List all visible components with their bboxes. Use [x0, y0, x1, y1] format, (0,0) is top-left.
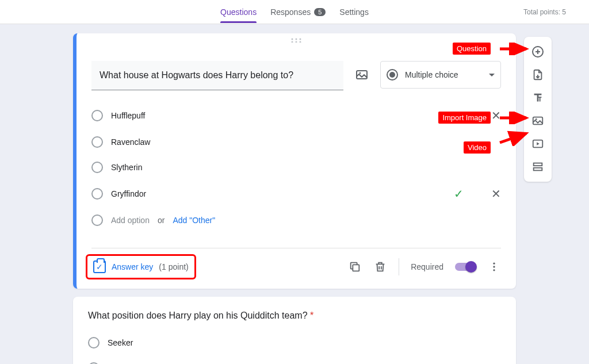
radio-outline-icon	[91, 188, 103, 200]
delete-icon[interactable]	[373, 260, 387, 274]
callout-video: Video	[464, 141, 491, 154]
required-label: Required	[411, 262, 443, 271]
tab-settings-label: Settings	[339, 7, 369, 17]
radio-outline-icon	[91, 136, 103, 148]
radio-outline-icon	[91, 110, 103, 121]
callout-question: Question	[453, 43, 491, 55]
radio-outline-icon	[88, 337, 100, 348]
svg-point-14	[536, 118, 537, 120]
add-image-icon[interactable]	[355, 68, 369, 82]
total-points-label: Total points: 5	[523, 8, 566, 16]
svg-line-20	[500, 133, 526, 143]
option-label: Hufflepuff	[111, 111, 483, 120]
svg-point-10	[493, 266, 495, 267]
svg-point-7	[359, 72, 361, 74]
arrow-icon	[499, 130, 530, 146]
tab-responses-label: Responses	[270, 7, 311, 17]
add-option-label: Add option	[111, 216, 150, 225]
arrow-icon	[499, 112, 530, 124]
question-title-input[interactable]	[91, 61, 343, 90]
question-card-1[interactable]: Multiple choice Hufflepuff ✕ Ravenclaw	[73, 33, 516, 289]
add-title-button[interactable]	[524, 86, 552, 109]
option-row[interactable]: Slytherin	[91, 155, 501, 180]
tab-settings[interactable]: Settings	[339, 2, 369, 22]
svg-point-2	[300, 39, 301, 40]
option-label: Ravenclaw	[111, 137, 493, 147]
required-star-icon: *	[310, 311, 313, 320]
option-row[interactable]: Ravenclaw	[91, 129, 501, 155]
svg-rect-16	[534, 163, 542, 166]
option-label: Seeker	[108, 338, 501, 347]
arrow-icon	[499, 43, 530, 55]
svg-point-11	[493, 269, 495, 271]
remove-option-icon[interactable]: ✕	[491, 187, 501, 201]
tab-questions[interactable]: Questions	[220, 2, 257, 22]
svg-point-3	[292, 41, 293, 43]
answer-key-button[interactable]: ✓ Answer key (1 point)	[86, 254, 196, 279]
question-2-title: What position does Harry play on his Qui…	[88, 311, 501, 321]
duplicate-icon[interactable]	[348, 260, 362, 274]
svg-point-0	[292, 39, 293, 40]
answer-key-points: (1 point)	[159, 262, 188, 271]
drag-handle-icon[interactable]	[77, 33, 516, 47]
svg-point-4	[296, 41, 297, 43]
add-section-button[interactable]	[524, 155, 552, 178]
side-toolbar	[524, 37, 552, 182]
or-label: or	[158, 216, 165, 225]
option-row[interactable]: Chaser	[88, 355, 501, 364]
correct-answer-icon: ✓	[454, 187, 464, 201]
question-type-dropdown[interactable]: Multiple choice	[380, 61, 501, 89]
callout-import-image: Import Image	[438, 112, 491, 124]
svg-rect-17	[534, 168, 542, 171]
add-other-link[interactable]: Add "Other"	[173, 216, 215, 225]
svg-point-9	[493, 263, 495, 265]
more-icon[interactable]	[487, 260, 501, 274]
svg-point-5	[300, 41, 301, 43]
radio-outline-icon	[91, 162, 103, 173]
add-option-row[interactable]: Add option or Add "Other"	[91, 208, 501, 233]
required-toggle[interactable]	[455, 263, 476, 271]
import-questions-button[interactable]	[524, 63, 552, 86]
answer-key-label: Answer key	[112, 262, 153, 271]
tab-responses[interactable]: Responses5	[270, 2, 326, 22]
radio-outline-icon	[91, 214, 103, 226]
divider	[399, 258, 399, 275]
responses-count-badge: 5	[314, 8, 326, 16]
option-label: Slytherin	[111, 163, 493, 172]
option-row[interactable]: Seeker	[88, 330, 501, 355]
svg-point-1	[296, 39, 297, 40]
question-type-label: Multiple choice	[405, 70, 482, 79]
radio-icon	[387, 69, 398, 81]
answer-key-icon: ✓	[93, 260, 106, 273]
chevron-down-icon	[489, 74, 495, 76]
option-label: Gryffindor	[111, 189, 446, 198]
question-card-2[interactable]: What position does Harry play on his Qui…	[73, 297, 516, 364]
tab-questions-label: Questions	[220, 7, 257, 17]
option-row[interactable]: Gryffindor ✓✕	[91, 180, 501, 208]
svg-rect-8	[353, 265, 359, 271]
